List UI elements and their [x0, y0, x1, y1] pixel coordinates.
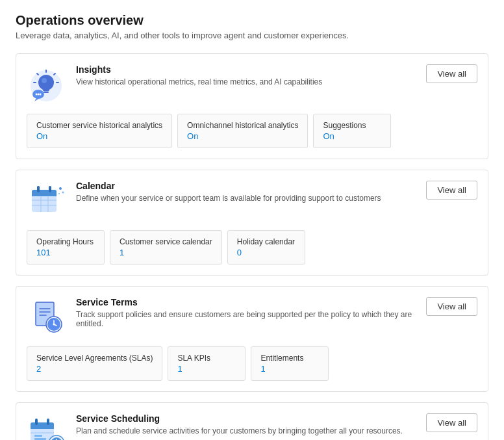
page-container: Operations overview Leverage data, analy…: [0, 0, 504, 440]
card-value: On: [36, 131, 162, 141]
card-label: Holiday calendar: [237, 237, 296, 246]
service-scheduling-desc: Plan and schedule service activities for…: [76, 426, 403, 435]
card-label: Entitlements: [260, 354, 319, 363]
insights-view-all-button[interactable]: View all: [426, 64, 477, 83]
card-cs-calendar: Customer service calendar 1: [110, 230, 222, 265]
svg-point-37: [53, 324, 55, 326]
card-holiday-calendar: Holiday calendar 0: [227, 230, 305, 265]
insights-cards: Customer service historical analytics On…: [27, 114, 477, 148]
card-value: 0: [237, 248, 296, 257]
svg-rect-19: [49, 186, 51, 192]
svg-point-24: [59, 187, 62, 190]
svg-rect-44: [34, 435, 42, 437]
svg-marker-11: [34, 98, 40, 101]
calendar-info: Calendar Define when your service or sup…: [76, 181, 381, 203]
svg-rect-17: [32, 194, 57, 196]
svg-rect-41: [35, 419, 38, 425]
card-cs-historical-analytics: Customer service historical analytics On: [27, 114, 172, 148]
svg-point-14: [40, 94, 42, 96]
service-terms-header: Service Terms Track support policies and…: [27, 297, 477, 336]
card-sla: Service Level Agreements (SLAs) 2: [27, 346, 162, 381]
service-scheduling-header: Service Scheduling Plan and schedule ser…: [27, 413, 477, 440]
svg-point-26: [58, 193, 60, 194]
card-value: On: [323, 131, 381, 141]
svg-rect-18: [37, 186, 40, 192]
svg-point-25: [62, 192, 64, 194]
calendar-desc: Define when your service or support team…: [76, 194, 381, 203]
service-terms-icon: [27, 297, 66, 336]
svg-point-13: [38, 94, 40, 96]
card-label: Customer service calendar: [120, 237, 212, 246]
card-label: Operating Hours: [36, 237, 95, 246]
service-scheduling-view-all-button[interactable]: View all: [426, 413, 477, 432]
svg-line-5: [54, 73, 55, 75]
svg-rect-42: [47, 419, 49, 425]
calendar-left: Calendar Define when your service or sup…: [27, 181, 381, 220]
card-label: SLA KPIs: [177, 354, 236, 363]
card-label: Service Level Agreements (SLAs): [36, 354, 153, 363]
insights-title: Insights: [76, 64, 322, 75]
card-value: 1: [260, 364, 319, 374]
card-label: Omnichannel historical analytics: [187, 121, 298, 130]
insights-info: Insights View historical operational met…: [76, 64, 322, 86]
service-scheduling-section: Service Scheduling Plan and schedule ser…: [16, 402, 488, 440]
card-suggestions: Suggestions On: [313, 114, 391, 148]
service-scheduling-title: Service Scheduling: [76, 413, 403, 424]
service-terms-section: Service Terms Track support policies and…: [16, 286, 488, 392]
service-scheduling-left: Service Scheduling Plan and schedule ser…: [27, 413, 403, 440]
card-sla-kpis: SLA KPIs 1: [168, 346, 246, 381]
insights-header: Insights View historical operational met…: [27, 64, 477, 103]
card-label: Customer service historical analytics: [36, 121, 162, 130]
card-value: On: [187, 131, 298, 141]
calendar-cards: Operating Hours 101 Customer service cal…: [27, 230, 477, 265]
service-terms-title: Service Terms: [76, 297, 426, 307]
svg-point-1: [38, 75, 54, 90]
calendar-title: Calendar: [76, 181, 381, 191]
card-omnichannel-analytics: Omnichannel historical analytics On: [177, 114, 308, 148]
card-value: 2: [36, 364, 153, 374]
service-terms-desc: Track support policies and ensure custom…: [76, 310, 426, 328]
card-value: 1: [120, 248, 212, 257]
calendar-icon: [27, 181, 66, 220]
service-terms-info: Service Terms Track support policies and…: [76, 297, 426, 328]
insights-icon: [27, 64, 66, 103]
calendar-header: Calendar Define when your service or sup…: [27, 181, 477, 220]
svg-line-7: [37, 73, 38, 75]
svg-rect-40: [31, 426, 54, 429]
card-value: 1: [177, 364, 236, 374]
svg-rect-3: [44, 92, 49, 94]
card-operating-hours: Operating Hours 101: [27, 230, 105, 265]
svg-point-12: [36, 94, 38, 96]
card-label: Suggestions: [323, 121, 381, 130]
insights-section: Insights View historical operational met…: [16, 53, 488, 159]
page-title: Operations overview: [16, 13, 488, 28]
insights-left: Insights View historical operational met…: [27, 64, 322, 103]
service-terms-left: Service Terms Track support policies and…: [27, 297, 426, 336]
service-scheduling-icon: [27, 413, 66, 440]
page-subtitle: Leverage data, analytics, AI, and other …: [16, 31, 488, 40]
svg-rect-2: [43, 89, 49, 91]
insights-desc: View historical operational metrics, rea…: [76, 77, 322, 86]
card-entitlements: Entitlements 1: [251, 346, 329, 381]
calendar-view-all-button[interactable]: View all: [426, 181, 477, 200]
svg-point-9: [42, 78, 47, 83]
service-terms-cards: Service Level Agreements (SLAs) 2 SLA KP…: [27, 346, 477, 381]
card-value: 101: [36, 248, 95, 257]
calendar-section: Calendar Define when your service or sup…: [16, 170, 488, 276]
service-terms-view-all-button[interactable]: View all: [426, 297, 477, 316]
service-scheduling-info: Service Scheduling Plan and schedule ser…: [76, 413, 403, 435]
